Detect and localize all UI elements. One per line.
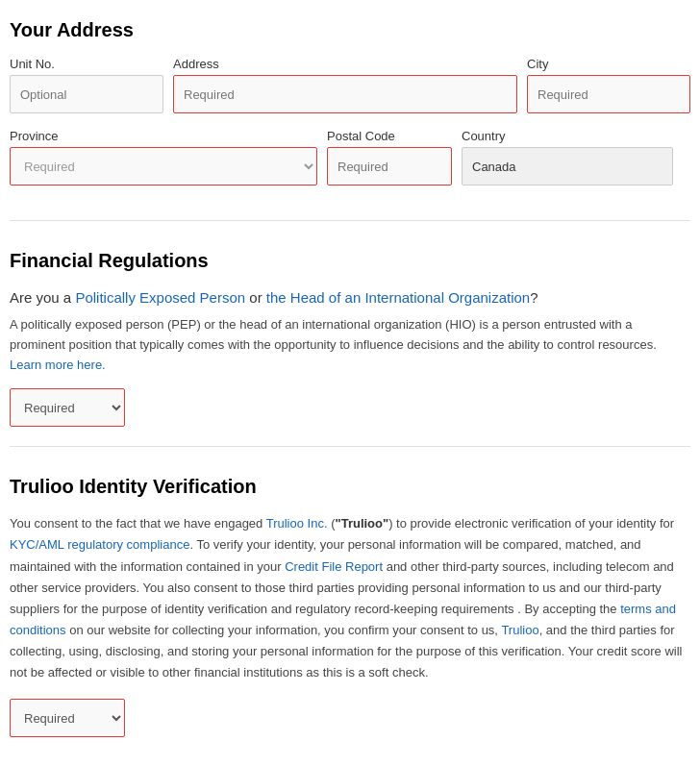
- country-group: Country: [462, 129, 673, 185]
- province-label: Province: [10, 129, 317, 143]
- unit-no-input[interactable]: [10, 75, 163, 113]
- trulioo-select-group: Required I Agree I Disagree: [10, 699, 690, 737]
- city-group: City: [527, 57, 690, 113]
- address-row-1: Unit No. Address City: [10, 57, 690, 113]
- country-label: Country: [462, 129, 673, 143]
- address-label: Address: [173, 57, 517, 71]
- hio-link: the Head of an International Organizatio…: [266, 289, 530, 306]
- trulioo-bold: "Trulioo": [336, 516, 389, 531]
- learn-more-link[interactable]: Learn more here.: [10, 358, 106, 372]
- unit-no-group: Unit No.: [10, 57, 163, 113]
- province-select[interactable]: Required Alberta British Columbia Ontari…: [10, 147, 317, 185]
- province-group: Province Required Alberta British Columb…: [10, 129, 317, 185]
- trulioo-body: You consent to the fact that we have eng…: [10, 513, 690, 683]
- trulioo-company-link: Trulioo Inc.: [266, 516, 328, 531]
- pep-select[interactable]: Required Yes No: [10, 388, 125, 427]
- trulioo-section: Trulioo Identity Verification You consen…: [10, 476, 690, 756]
- unit-no-label: Unit No.: [10, 57, 163, 71]
- financial-section-title: Financial Regulations: [10, 250, 690, 272]
- city-input[interactable]: [527, 75, 690, 113]
- pep-question: Are you a Politically Exposed Person or …: [10, 287, 690, 308]
- postal-code-group: Postal Code: [327, 129, 452, 185]
- address-row-2: Province Required Alberta British Columb…: [10, 129, 690, 185]
- pep-description: A politically exposed person (PEP) or th…: [10, 315, 690, 375]
- pep-select-group: Required Yes No: [10, 388, 690, 427]
- kyc-link: KYC/AML regulatory compliance: [10, 537, 189, 552]
- financial-section: Financial Regulations Are you a Politica…: [10, 250, 690, 447]
- trulioo-link-2: Trulioo: [501, 623, 538, 637]
- postal-code-input[interactable]: [327, 147, 452, 185]
- trulioo-section-title: Trulioo Identity Verification: [10, 476, 690, 498]
- address-section-title: Your Address: [10, 19, 690, 41]
- trulioo-select[interactable]: Required I Agree I Disagree: [10, 699, 125, 737]
- city-label: City: [527, 57, 690, 71]
- address-group: Address: [173, 57, 517, 113]
- country-input: [462, 147, 673, 185]
- credit-file-link: Credit File Report: [285, 559, 383, 574]
- terms-link: terms and conditions: [10, 602, 676, 637]
- address-section: Your Address Unit No. Address City Provi…: [10, 19, 690, 221]
- pep-link: Politically Exposed Person: [75, 289, 245, 306]
- postal-code-label: Postal Code: [327, 129, 452, 143]
- address-input[interactable]: [173, 75, 517, 113]
